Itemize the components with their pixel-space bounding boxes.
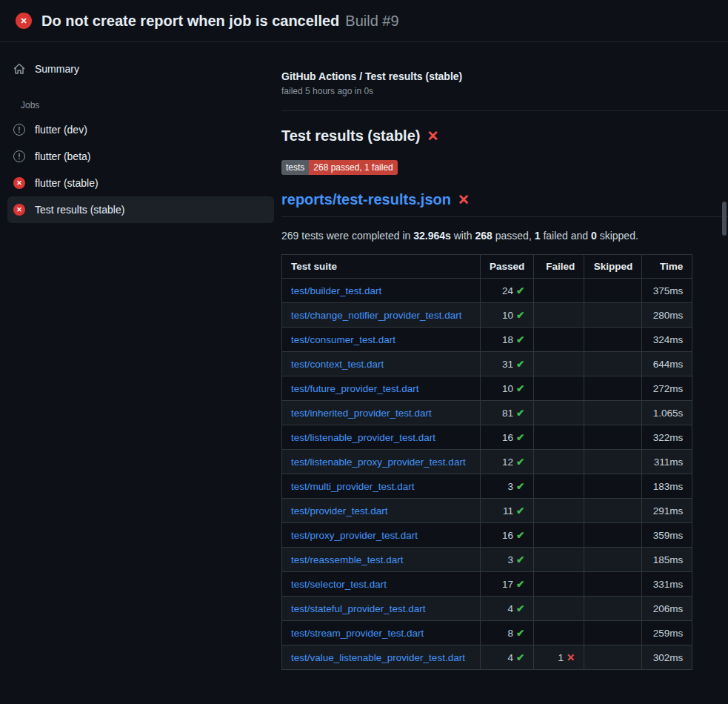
build-header: ✕ Do not create report when job is cance… bbox=[0, 0, 728, 42]
table-row: test/selector_test.dart17✔331ms bbox=[282, 572, 692, 597]
test-suite-cell: test/future_provider_test.dart bbox=[282, 376, 481, 401]
test-suite-cell: test/listenable_provider_test.dart bbox=[282, 425, 481, 450]
sidebar-job-flutter-stable[interactable]: ✕flutter (stable) bbox=[7, 170, 274, 196]
main-content: GitHub Actions / Test results (stable) f… bbox=[281, 42, 728, 670]
check-icon: ✔ bbox=[516, 310, 524, 321]
passed-cell: 81✔ bbox=[481, 401, 534, 425]
check-icon: ✔ bbox=[516, 505, 524, 517]
passed-cell: 3✔ bbox=[481, 474, 534, 499]
test-suite-link[interactable]: test/multi_provider_test.dart bbox=[291, 481, 415, 492]
failed-cell bbox=[534, 328, 584, 352]
test-suite-link[interactable]: test/consumer_test.dart bbox=[291, 334, 395, 345]
time-cell: 331ms bbox=[642, 572, 692, 597]
sidebar-job-flutter-beta[interactable]: !flutter (beta) bbox=[7, 143, 274, 170]
skipped-cell bbox=[584, 572, 642, 597]
test-suite-link[interactable]: test/stateful_provider_test.dart bbox=[291, 603, 426, 614]
home-icon bbox=[13, 63, 25, 75]
divider bbox=[281, 110, 728, 111]
time-cell: 375ms bbox=[642, 279, 692, 303]
passed-total: 268 bbox=[475, 230, 492, 242]
skipped-cell bbox=[584, 303, 642, 328]
test-suite-link[interactable]: test/listenable_proxy_provider_test.dart bbox=[291, 456, 466, 468]
job-label: Test results (stable) bbox=[35, 204, 124, 216]
tests-badge: tests268 passed, 1 failed bbox=[281, 160, 398, 175]
test-results-table: Test suite Passed Failed Skipped Time te… bbox=[281, 254, 692, 670]
passed-cell: 10✔ bbox=[481, 376, 534, 401]
sidebar-job-test-results-stable[interactable]: ✕Test results (stable) bbox=[7, 196, 274, 223]
table-row: test/listenable_provider_test.dart16✔322… bbox=[282, 425, 692, 450]
test-suite-link[interactable]: test/listenable_provider_test.dart bbox=[291, 432, 435, 443]
table-row: test/future_provider_test.dart10✔272ms bbox=[282, 376, 692, 401]
check-icon: ✔ bbox=[516, 652, 524, 663]
sidebar-job-flutter-dev[interactable]: !flutter (dev) bbox=[7, 116, 274, 143]
test-suite-link[interactable]: test/stream_provider_test.dart bbox=[291, 628, 424, 639]
failed-cell bbox=[534, 548, 584, 572]
test-suite-link[interactable]: test/reassemble_test.dart bbox=[291, 554, 404, 565]
table-row: test/stream_provider_test.dart8✔259ms bbox=[282, 621, 692, 645]
check-icon: ✔ bbox=[516, 359, 524, 370]
test-suite-link[interactable]: test/context_test.dart bbox=[291, 359, 384, 370]
test-suite-link[interactable]: test/inherited_provider_test.dart bbox=[291, 408, 432, 419]
check-icon: ✔ bbox=[516, 432, 524, 443]
skipped-cell bbox=[584, 328, 642, 352]
test-suite-cell: test/reassemble_test.dart bbox=[282, 548, 481, 572]
check-icon: ✔ bbox=[516, 334, 524, 345]
passed-cell: 10✔ bbox=[481, 303, 534, 328]
test-suite-link[interactable]: test/future_provider_test.dart bbox=[291, 383, 419, 394]
sidebar-item-summary[interactable]: Summary bbox=[0, 56, 281, 82]
check-icon: ✔ bbox=[516, 530, 524, 541]
failed-cell bbox=[534, 474, 584, 499]
test-suite-link[interactable]: test/builder_test.dart bbox=[291, 285, 381, 296]
test-suite-link[interactable]: test/selector_test.dart bbox=[291, 579, 387, 590]
table-row: test/context_test.dart31✔644ms bbox=[282, 352, 692, 376]
time-cell: 272ms bbox=[642, 376, 692, 401]
header-skipped: Skipped bbox=[584, 255, 642, 279]
table-row: test/listenable_proxy_provider_test.dart… bbox=[282, 450, 692, 474]
test-suite-link[interactable]: test/change_notifier_provider_test.dart bbox=[291, 310, 461, 321]
test-suite-cell: test/change_notifier_provider_test.dart bbox=[282, 303, 481, 328]
skipped-cell bbox=[584, 376, 642, 401]
test-suite-cell: test/selector_test.dart bbox=[282, 572, 481, 597]
test-suite-link[interactable]: test/proxy_provider_test.dart bbox=[291, 530, 418, 541]
test-suite-cell: test/consumer_test.dart bbox=[282, 328, 481, 352]
passed-cell: 18✔ bbox=[481, 328, 534, 352]
skipped-cell bbox=[584, 645, 642, 670]
check-icon: ✔ bbox=[516, 285, 524, 296]
table-row: test/value_listenable_provider_test.dart… bbox=[282, 645, 692, 670]
passed-cell: 11✔ bbox=[481, 499, 534, 523]
test-suite-cell: test/provider_test.dart bbox=[282, 499, 481, 523]
table-body: test/builder_test.dart24✔375mstest/chang… bbox=[282, 279, 692, 670]
check-icon: ✔ bbox=[516, 408, 524, 419]
build-number: Build #9 bbox=[345, 13, 398, 30]
scrollbar-thumb[interactable] bbox=[722, 202, 727, 236]
time-cell: 185ms bbox=[642, 548, 692, 572]
skipped-cell bbox=[584, 499, 642, 523]
summary-text: 269 tests were completed in 32.964s with… bbox=[281, 230, 728, 242]
jobs-list: !flutter (dev)!flutter (beta)✕flutter (s… bbox=[0, 116, 281, 223]
test-suite-link[interactable]: test/value_listenable_provider_test.dart bbox=[291, 652, 465, 663]
failed-cell bbox=[534, 401, 584, 425]
time-cell: 280ms bbox=[642, 303, 692, 328]
passed-cell: 3✔ bbox=[481, 548, 534, 572]
skipped-cell bbox=[584, 450, 642, 474]
table-row: test/proxy_provider_test.dart16✔359ms bbox=[282, 523, 692, 548]
skipped-cell bbox=[584, 548, 642, 572]
failed-cell bbox=[534, 279, 584, 303]
failed-cell bbox=[534, 597, 584, 621]
passed-cell: 4✔ bbox=[481, 597, 534, 621]
x-circle-icon: ✕ bbox=[16, 13, 32, 29]
time-cell: 644ms bbox=[642, 352, 692, 376]
check-icon: ✔ bbox=[516, 456, 524, 468]
total-time: 32.964s bbox=[413, 230, 451, 242]
time-cell: 359ms bbox=[642, 523, 692, 548]
time-cell: 324ms bbox=[642, 328, 692, 352]
header-failed: Failed bbox=[534, 255, 584, 279]
report-link[interactable]: reports/test-results.json bbox=[281, 191, 451, 208]
test-suite-link[interactable]: test/provider_test.dart bbox=[291, 505, 388, 517]
failed-cell bbox=[534, 376, 584, 401]
header-passed: Passed bbox=[481, 255, 534, 279]
test-suite-cell: test/proxy_provider_test.dart bbox=[282, 523, 481, 548]
failed-cell bbox=[534, 352, 584, 376]
test-suite-cell: test/stream_provider_test.dart bbox=[282, 621, 481, 645]
time-cell: 291ms bbox=[642, 499, 692, 523]
